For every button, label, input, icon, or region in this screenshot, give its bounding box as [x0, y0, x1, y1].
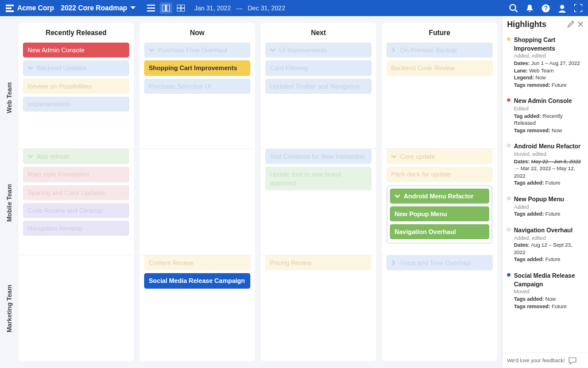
svg-rect-3	[162, 5, 165, 12]
panel-footer[interactable]: We'd love your feedback!	[502, 352, 588, 368]
lane-section: Purchase Flow OverhaulShopping Cart Impr…	[140, 43, 255, 148]
svg-rect-0	[6, 5, 14, 6]
highlight-row: Tags added: Future	[514, 210, 583, 218]
lane-section: App refreshMain style FoundationSpacing …	[18, 148, 134, 255]
highlight-item[interactable]: New Popup Menu Added Tags added: Future	[507, 191, 583, 223]
roadmap-card[interactable]: Test Creations for New Interaction	[265, 149, 372, 164]
panel-body: Shopping Cart Improvements Added, edited…	[502, 32, 588, 352]
lane-label-web: Web Team	[0, 45, 18, 150]
highlight-item[interactable]: Navigation Overhaul Added, edited Dates:…	[507, 223, 583, 268]
highlight-row: Tags removed: Future	[514, 82, 583, 89]
bell-icon[interactable]	[526, 4, 533, 13]
status-dot	[507, 273, 510, 277]
roadmap-card[interactable]: Pitch deck for update	[386, 167, 493, 182]
card-label: Pitch deck for update	[391, 170, 450, 178]
roadmap-card[interactable]: Card Filtering	[265, 60, 372, 75]
column-header: Future	[382, 23, 497, 43]
edit-icon[interactable]	[567, 21, 574, 28]
roadmap-card[interactable]: Backend Code Review	[386, 60, 493, 75]
brand-name: Acme Corp	[17, 4, 54, 12]
user-icon[interactable]	[558, 4, 566, 13]
chevron-right-icon	[391, 260, 397, 266]
roadmap-card[interactable]: Navigation Revamp	[23, 221, 129, 236]
roadmap-card[interactable]: New Admin Console	[23, 43, 129, 57]
roadmap-card[interactable]: Main style Foundation	[23, 167, 129, 182]
roadmap-card[interactable]: Pricing Review	[265, 255, 372, 270]
roadmap-card[interactable]: Content Review	[144, 255, 250, 270]
column-header: Next	[261, 23, 376, 43]
roadmap-card[interactable]: UI Improvements	[265, 43, 372, 57]
roadmap-card[interactable]: Navigation Overhaul	[390, 224, 489, 239]
card-label: Core update	[400, 152, 435, 160]
search-icon[interactable]	[509, 4, 518, 13]
roadmap-card[interactable]: Android Menu Refactor	[390, 189, 489, 204]
lane-section	[140, 148, 255, 255]
roadmap-card[interactable]: Social Media Release Campaign	[144, 273, 250, 288]
svg-rect-2	[6, 10, 14, 12]
roadmap-card[interactable]: Voice and Tone Overhaul	[386, 255, 493, 270]
card-label: Android Menu Refactor	[404, 192, 474, 200]
highlight-meta: Moved	[514, 288, 583, 296]
chevron-down-icon	[391, 154, 397, 159]
help-icon[interactable]: ?	[541, 4, 550, 13]
roadmap-card[interactable]: Shopping Cart Improvements	[144, 60, 250, 75]
project-selector[interactable]: 2022 Core Roadmap	[61, 4, 136, 12]
feedback-text: We'd love your feedback!	[507, 358, 565, 363]
roadmap-card[interactable]: Core update	[386, 149, 493, 164]
lane-section: New Admin ConsoleBackend UpdatesReview o…	[18, 43, 134, 148]
roadmap-card[interactable]: Implementation	[23, 97, 129, 112]
highlight-item[interactable]: Social Media Release Campaign Moved Tags…	[507, 268, 583, 315]
card-label: Backend Code Review	[391, 64, 455, 72]
lane-section: Content ReviewSocial Media Release Campa…	[140, 255, 255, 361]
highlight-row: Tags removed: Now	[514, 127, 583, 135]
roadmap-card[interactable]: Purchase Flow Overhaul	[144, 43, 250, 57]
svg-rect-1	[6, 7, 11, 9]
card-label: Spacing and Color Updates	[28, 189, 105, 197]
card-label: New Popup Menu	[394, 210, 447, 218]
roadmap-card[interactable]: Updated Toolbar and Navigation	[265, 79, 372, 94]
roadmap-card[interactable]: Review on Possibilities	[23, 79, 129, 94]
roadmap-card[interactable]: Backend Updates	[23, 60, 129, 75]
highlight-row: Tags added: Future	[514, 256, 583, 263]
fullscreen-icon[interactable]	[574, 4, 582, 12]
highlight-title: Social Media Release Campaign	[514, 271, 583, 288]
roadmap-card[interactable]: Purchase Selection UI	[144, 79, 250, 94]
brand[interactable]: Acme Corp	[6, 4, 54, 12]
brand-icon	[6, 4, 14, 12]
topbar: Acme Corp 2022 Core Roadmap Jan 31, 2022…	[0, 0, 588, 16]
card-group: Android Menu RefactorNew Popup MenuNavig…	[386, 185, 493, 244]
highlight-row: Dates: May 22 – Jun 8, 2022 → Mar 22, 20…	[514, 158, 583, 180]
highlight-row: Tags removed: Future	[514, 303, 583, 310]
highlight-item[interactable]: Android Menu Refactor Moved, edited Date…	[507, 139, 583, 191]
svg-point-6	[510, 5, 516, 10]
highlight-item[interactable]: Shopping Cart Improvements Added, edited…	[507, 32, 583, 93]
panel-header: Highlights	[502, 16, 588, 32]
column: NowPurchase Flow OverhaulShopping Cart I…	[140, 23, 255, 361]
view-mode-list[interactable]	[145, 2, 157, 14]
lane-section: UI ImprovementsCard FilteringUpdated Too…	[261, 43, 376, 148]
highlight-item[interactable]: New Admin Console Edited Tag added: Rece…	[507, 93, 583, 139]
svg-point-9	[560, 5, 564, 9]
roadmap-card[interactable]: Update font to new brand approved	[265, 167, 372, 190]
highlight-title: Android Menu Refactor	[514, 142, 583, 151]
close-icon[interactable]	[578, 21, 583, 27]
column-header: Now	[140, 23, 255, 43]
roadmap-card[interactable]: App refresh	[23, 149, 129, 164]
highlight-row: Tags added: Now	[514, 296, 583, 303]
view-mode-board[interactable]	[160, 2, 172, 14]
card-label: Update font to new brand approved	[270, 170, 367, 187]
date-range[interactable]: Jan 31, 2022 — Dec 31, 2022	[194, 5, 285, 12]
chevron-down-icon	[394, 194, 400, 198]
column: FutureOn-Premise BackupBackend Code Revi…	[382, 23, 497, 361]
roadmap-card[interactable]: Spacing and Color Updates	[23, 185, 129, 200]
roadmap-card[interactable]: On-Premise Backup	[386, 43, 493, 57]
card-label: Test Creations for New Interaction	[270, 152, 365, 160]
status-dot	[507, 98, 510, 102]
roadmap-card[interactable]: Code Review and Cleanup	[23, 203, 129, 218]
view-mode-table[interactable]	[175, 2, 187, 14]
app-body: Web Team Mobile Team Marketing Team Rece…	[0, 16, 588, 368]
project-name: 2022 Core Roadmap	[61, 4, 127, 12]
roadmap-card[interactable]: New Popup Menu	[390, 206, 489, 221]
highlight-title: New Admin Console	[514, 97, 583, 105]
highlight-row: Dates: Aug 12 – Sept 23, 2022	[514, 241, 583, 256]
